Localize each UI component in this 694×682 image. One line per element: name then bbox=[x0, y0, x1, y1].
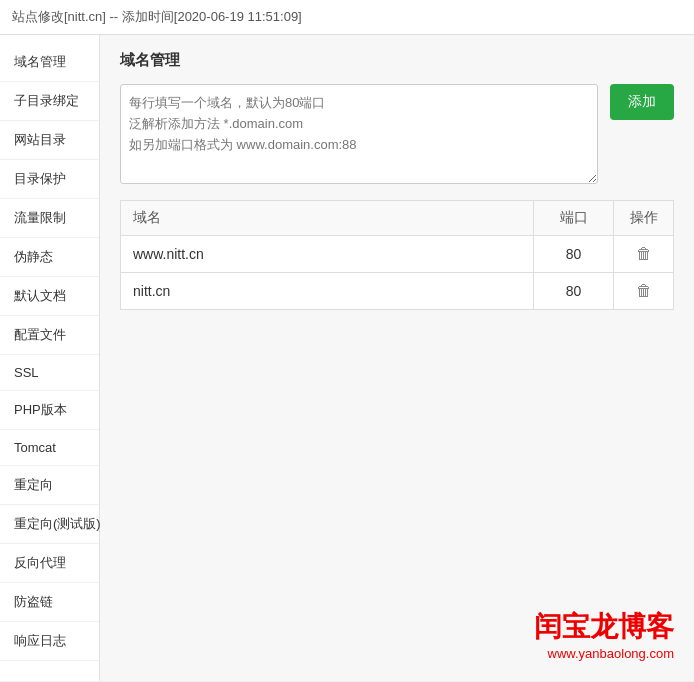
sidebar-item-伪静态[interactable]: 伪静态 bbox=[0, 238, 99, 277]
sidebar-item-流量限制[interactable]: 流量限制 bbox=[0, 199, 99, 238]
sidebar-item-域名管理[interactable]: 域名管理 bbox=[0, 43, 99, 82]
sidebar-item-PHP版本[interactable]: PHP版本 bbox=[0, 391, 99, 430]
sidebar-item-网站目录[interactable]: 网站目录 bbox=[0, 121, 99, 160]
domain-input[interactable] bbox=[120, 84, 598, 184]
add-button[interactable]: 添加 bbox=[610, 84, 674, 120]
sidebar-item-目录保护[interactable]: 目录保护 bbox=[0, 160, 99, 199]
domain-cell: www.nitt.cn bbox=[121, 236, 534, 273]
sidebar-item-响应日志[interactable]: 响应日志 bbox=[0, 622, 99, 661]
delete-icon[interactable]: 🗑 bbox=[636, 245, 652, 262]
watermark: 闰宝龙博客 www.yanbaolong.com bbox=[534, 608, 674, 661]
table-row: nitt.cn80🗑 bbox=[121, 273, 674, 310]
sidebar: 域名管理子目录绑定网站目录目录保护流量限制伪静态默认文档配置文件SSLPHP版本… bbox=[0, 35, 100, 681]
action-cell: 🗑 bbox=[614, 236, 674, 273]
sidebar-item-重定向[interactable]: 重定向 bbox=[0, 466, 99, 505]
domain-table: 域名端口操作 www.nitt.cn80🗑nitt.cn80🗑 bbox=[120, 200, 674, 310]
main-content: 域名管理 添加 域名端口操作 www.nitt.cn80🗑nitt.cn80🗑 … bbox=[100, 35, 694, 681]
action-cell: 🗑 bbox=[614, 273, 674, 310]
sidebar-item-配置文件[interactable]: 配置文件 bbox=[0, 316, 99, 355]
port-cell: 80 bbox=[534, 273, 614, 310]
sidebar-item-子目录绑定[interactable]: 子目录绑定 bbox=[0, 82, 99, 121]
sidebar-item-防盗链[interactable]: 防盗链 bbox=[0, 583, 99, 622]
table-row: www.nitt.cn80🗑 bbox=[121, 236, 674, 273]
top-bar: 站点修改[nitt.cn] -- 添加时间[2020-06-19 11:51:0… bbox=[0, 0, 694, 35]
watermark-sub: www.yanbaolong.com bbox=[534, 646, 674, 661]
col-header-0: 域名 bbox=[121, 201, 534, 236]
sidebar-item-SSL[interactable]: SSL bbox=[0, 355, 99, 391]
sidebar-item-反向代理[interactable]: 反向代理 bbox=[0, 544, 99, 583]
sidebar-item-Tomcat[interactable]: Tomcat bbox=[0, 430, 99, 466]
sidebar-item-默认文档[interactable]: 默认文档 bbox=[0, 277, 99, 316]
col-header-2: 操作 bbox=[614, 201, 674, 236]
page-title: 站点修改[nitt.cn] -- 添加时间[2020-06-19 11:51:0… bbox=[12, 9, 302, 24]
section-title: 域名管理 bbox=[120, 51, 674, 70]
col-header-1: 端口 bbox=[534, 201, 614, 236]
port-cell: 80 bbox=[534, 236, 614, 273]
sidebar-item-重定向(测试版)[interactable]: 重定向(测试版) bbox=[0, 505, 99, 544]
domain-cell: nitt.cn bbox=[121, 273, 534, 310]
delete-icon[interactable]: 🗑 bbox=[636, 282, 652, 299]
watermark-main: 闰宝龙博客 bbox=[534, 608, 674, 646]
